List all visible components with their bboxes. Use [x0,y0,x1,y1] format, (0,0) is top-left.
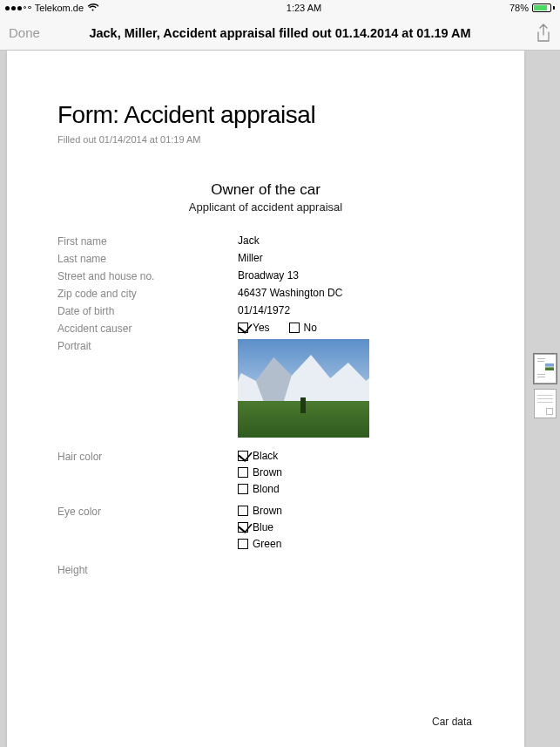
causer-yes: Yes [238,322,270,334]
status-time: 1:23 AM [287,3,321,13]
label-last-name: Last name [57,252,238,265]
value-street: Broadway 13 [238,269,299,282]
section-title: Owner of the car [57,181,474,199]
battery-pct: 78% [509,3,529,13]
eye-blue-label: Blue [253,521,273,533]
portrait-image [238,339,369,438]
share-button[interactable] [536,24,551,43]
page-footer: Car data [432,716,472,728]
value-zip: 46437 Washington DC [238,287,342,299]
field-last-name: Last nameMiller [57,252,474,265]
hair-blond-label: Blond [253,483,280,495]
field-first-name: First nameJack [57,234,474,248]
value-dob: 01/14/1972 [238,304,290,316]
hair-options: Black Brown Blond [238,450,282,499]
field-street: Street and house no.Broadway 13 [57,269,474,282]
form-fields: First nameJack Last nameMiller Street an… [57,234,474,576]
hair-brown-label: Brown [253,466,282,479]
field-eye: Eye color Brown Blue Green [57,505,474,554]
causer-yes-label: Yes [253,322,270,334]
checkbox-icon [238,506,248,516]
field-causer: Accident causer Yes No [57,322,474,335]
form-title: Form: Accident appraisal [57,101,474,129]
label-portrait: Portrait [57,339,238,352]
eye-blue: Blue [238,521,282,533]
field-hair: Hair color Black Brown Blond [57,450,474,499]
checkbox-icon [238,539,248,549]
checkbox-icon [238,522,248,533]
field-portrait: Portrait [57,339,474,438]
hair-black-label: Black [253,450,278,462]
hair-blond: Blond [238,483,282,495]
checkbox-icon [289,323,300,333]
label-first-name: First name [57,234,238,248]
causer-options: Yes No [238,322,317,334]
thumbnail-image-icon [545,363,554,370]
hair-black: Black [238,450,282,462]
signal-dots-icon [5,6,31,10]
status-right: 78% [509,3,555,13]
document-title: Jack, Miller, Accident appraisal filled … [89,26,470,40]
label-eye: Eye color [57,505,238,518]
battery-icon [532,3,555,12]
eye-options: Brown Blue Green [238,505,282,554]
label-hair: Hair color [57,450,238,463]
status-bar: Telekom.de 1:23 AM 78% [0,0,560,16]
status-left: Telekom.de [5,3,98,13]
form-subtitle: Filled out 01/14/2014 at 01:19 AM [57,134,474,145]
field-zip: Zip code and city46437 Washington DC [57,287,474,300]
done-button[interactable]: Done [9,25,40,40]
nav-bar: Done Jack, Miller, Accident appraisal fi… [0,16,560,51]
document-page[interactable]: Form: Accident appraisal Filled out 01/1… [7,51,524,747]
eye-green-label: Green [253,538,281,550]
checkbox-icon [238,451,248,461]
carrier-label: Telekom.de [35,3,84,13]
section-subtitle: Applicant of accident appraisal [57,200,474,214]
label-causer: Accident causer [57,322,238,335]
value-first-name: Jack [238,234,260,247]
checkbox-icon [238,323,248,333]
causer-no-label: No [304,322,317,334]
field-height: Height [57,563,474,576]
wifi-icon [87,3,98,13]
value-last-name: Miller [238,252,263,264]
eye-green: Green [238,538,282,550]
section-header: Owner of the car Applicant of accident a… [57,181,474,214]
eye-brown-label: Brown [253,505,282,517]
label-height: Height [57,563,238,576]
checkbox-icon [238,467,248,478]
thumbnail-page-2[interactable] [534,389,557,418]
document-workspace: Form: Accident appraisal Filled out 01/1… [0,51,560,747]
label-dob: Date of birth [57,304,238,317]
thumbnail-page-1[interactable] [534,354,557,384]
causer-no: No [289,322,317,334]
label-zip: Zip code and city [57,287,238,300]
page-thumbnails [534,354,557,424]
checkbox-icon [238,484,248,494]
field-dob: Date of birth01/14/1972 [57,304,474,317]
eye-brown: Brown [238,505,282,517]
label-street: Street and house no. [57,269,238,282]
hair-brown: Brown [238,466,282,479]
